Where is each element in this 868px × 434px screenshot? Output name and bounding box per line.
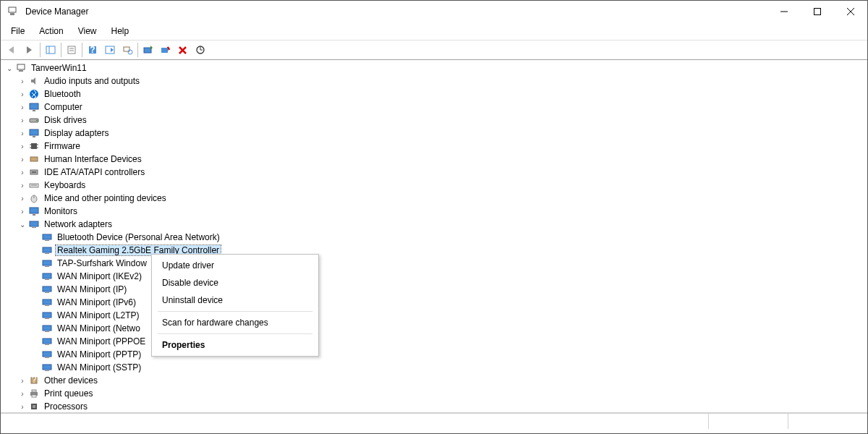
ctx-update-driver[interactable]: Update driver xyxy=(152,257,318,274)
hid-icon xyxy=(28,153,40,165)
svg-rect-52 xyxy=(45,266,49,267)
svg-rect-49 xyxy=(43,247,51,252)
close-button[interactable] xyxy=(834,1,867,22)
svg-rect-62 xyxy=(45,331,49,332)
tree-item-display[interactable]: ›Display adapters xyxy=(4,127,867,140)
chevron-right-icon[interactable]: › xyxy=(17,182,28,190)
svg-point-28 xyxy=(36,120,38,122)
tree-item-net-ikev2[interactable]: WAN Miniport (IKEv2) xyxy=(4,270,867,283)
svg-rect-56 xyxy=(45,292,49,293)
chevron-right-icon[interactable]: › xyxy=(17,195,28,203)
chevron-right-icon[interactable]: › xyxy=(17,403,28,411)
device-tree-pane[interactable]: ⌄ TanveerWin11 ›Audio inputs and outputs… xyxy=(1,60,867,413)
svg-rect-66 xyxy=(45,357,49,358)
tree-item-net-tap[interactable]: TAP-Surfshark Window xyxy=(4,257,867,270)
chevron-down-icon[interactable]: ⌄ xyxy=(17,221,28,229)
tree-item-net-realtek[interactable]: Realtek Gaming 2.5GbE Family Controller xyxy=(4,244,867,257)
tree-item-net-pppoe[interactable]: WAN Miniport (PPPOE xyxy=(4,335,867,348)
ctx-disable-device[interactable]: Disable device xyxy=(152,274,318,292)
tree-item-net-ip[interactable]: WAN Miniport (IP) xyxy=(4,283,867,296)
chevron-right-icon[interactable]: › xyxy=(17,377,28,385)
ctx-properties[interactable]: Properties xyxy=(152,336,318,354)
network-adapter-icon xyxy=(41,244,53,256)
disk-icon xyxy=(28,114,40,126)
svg-rect-6 xyxy=(46,46,55,54)
tree-item-firmware[interactable]: ›Firmware xyxy=(4,140,867,153)
network-adapter-icon xyxy=(41,323,53,334)
help-button[interactable]: ? xyxy=(84,42,101,58)
tree-item-audio[interactable]: ›Audio inputs and outputs xyxy=(4,75,867,88)
tree-item-computer[interactable]: ›Computer xyxy=(4,101,867,114)
chevron-right-icon[interactable]: › xyxy=(17,116,28,124)
svg-text:?: ? xyxy=(90,45,95,55)
svg-rect-36 xyxy=(30,157,38,161)
tree-item-net-ipv6[interactable]: WAN Miniport (IPv6) xyxy=(4,296,867,309)
tree-item-mice[interactable]: ›Mice and other pointing devices xyxy=(4,192,867,205)
tree-item-disk[interactable]: ›Disk drives xyxy=(4,114,867,127)
scan-changes-button[interactable] xyxy=(192,42,209,58)
chevron-down-icon[interactable]: ⌄ xyxy=(4,64,15,72)
chevron-right-icon[interactable]: › xyxy=(17,77,28,85)
tree-item-network[interactable]: ⌄Network adapters xyxy=(4,218,867,231)
show-hide-tree-button[interactable] xyxy=(42,42,59,58)
update-driver-button[interactable] xyxy=(140,42,157,58)
chevron-right-icon[interactable]: › xyxy=(17,156,28,163)
toolbar: ? xyxy=(1,40,867,60)
ctx-separator xyxy=(158,311,312,312)
network-adapter-icon xyxy=(41,258,53,269)
network-adapter-icon xyxy=(41,284,53,295)
chip-icon xyxy=(28,140,40,152)
monitor-icon xyxy=(28,101,40,113)
tree-item-monitors[interactable]: ›Monitors xyxy=(4,205,867,218)
menu-file[interactable]: File xyxy=(5,25,30,38)
maximize-button[interactable] xyxy=(801,1,834,22)
mouse-icon xyxy=(28,192,40,204)
chevron-right-icon[interactable]: › xyxy=(17,390,28,398)
svg-rect-51 xyxy=(43,260,51,265)
chevron-right-icon[interactable]: › xyxy=(17,90,28,98)
back-button[interactable] xyxy=(4,42,21,58)
chevron-right-icon[interactable]: › xyxy=(17,169,28,176)
tree-item-keyboards[interactable]: ›Keyboards xyxy=(4,179,867,192)
menu-action[interactable]: Action xyxy=(33,25,69,38)
chevron-right-icon[interactable]: › xyxy=(17,129,28,137)
network-adapter-icon xyxy=(41,349,53,360)
menu-view[interactable]: View xyxy=(72,25,103,38)
disable-button[interactable] xyxy=(157,42,174,58)
ctx-scan-hardware[interactable]: Scan for hardware changes xyxy=(152,314,318,331)
forward-button[interactable] xyxy=(21,42,38,58)
tree-item-other[interactable]: ›?Other devices xyxy=(4,374,867,387)
tree-item-net-netmon[interactable]: WAN Miniport (Netwo xyxy=(4,322,867,335)
ctx-uninstall-device[interactable]: Uninstall device xyxy=(152,292,318,309)
svg-rect-22 xyxy=(17,64,25,69)
svg-rect-65 xyxy=(43,352,51,357)
svg-rect-38 xyxy=(32,171,36,173)
scan-hardware-button[interactable] xyxy=(119,42,136,58)
context-menu: Update driver Disable device Uninstall d… xyxy=(151,254,319,357)
svg-rect-73 xyxy=(32,395,36,397)
chevron-right-icon[interactable]: › xyxy=(17,208,28,216)
tree-item-net-bt[interactable]: Bluetooth Device (Personal Area Network) xyxy=(4,231,867,244)
tree-item-net-pptp[interactable]: WAN Miniport (PPTP) xyxy=(4,348,867,361)
minimize-button[interactable] xyxy=(767,1,801,22)
tree-item-net-sstp[interactable]: WAN Miniport (SSTP) xyxy=(4,361,867,374)
svg-rect-31 xyxy=(31,143,37,149)
tree-root[interactable]: ⌄ TanveerWin11 xyxy=(4,61,867,75)
tree-item-print[interactable]: ›Print queues xyxy=(4,387,867,400)
network-adapter-icon xyxy=(41,336,53,347)
ctx-separator xyxy=(158,333,312,334)
tree-item-net-l2tp[interactable]: WAN Miniport (L2TP) xyxy=(4,309,867,322)
tree-item-ide[interactable]: ›IDE ATA/ATAPI controllers xyxy=(4,166,867,179)
chevron-right-icon[interactable]: › xyxy=(17,142,28,150)
uninstall-button[interactable] xyxy=(174,42,192,58)
svg-rect-29 xyxy=(30,129,38,135)
tree-item-bluetooth[interactable]: ›Bluetooth xyxy=(4,88,867,101)
tree-item-hid[interactable]: ›Human Interface Devices xyxy=(4,153,867,166)
svg-rect-58 xyxy=(45,305,49,306)
menu-help[interactable]: Help xyxy=(106,25,135,38)
network-adapter-icon xyxy=(41,231,53,243)
chevron-right-icon[interactable]: › xyxy=(17,103,28,111)
action-button[interactable] xyxy=(101,42,119,58)
properties-button[interactable] xyxy=(63,42,80,58)
tree-item-processors[interactable]: ›Processors xyxy=(4,400,867,413)
